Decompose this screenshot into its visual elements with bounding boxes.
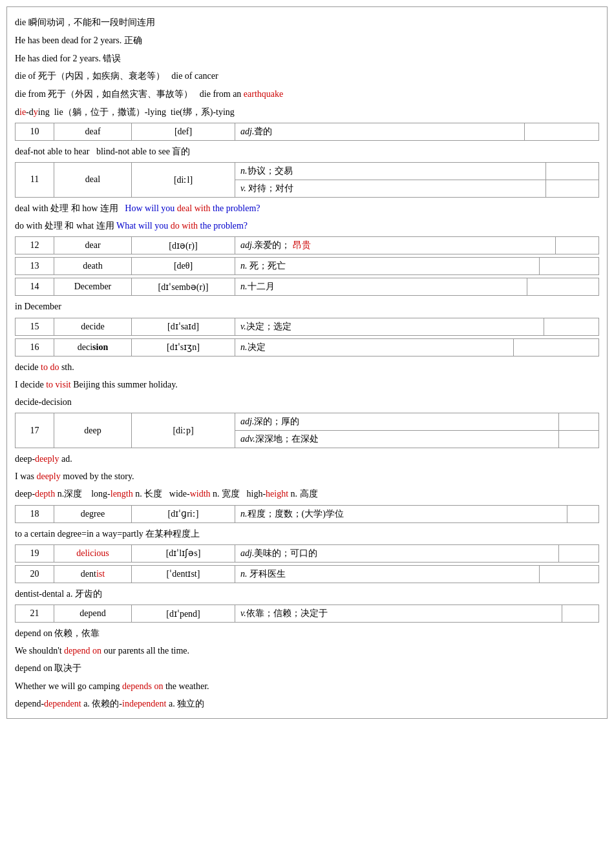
note-deep-1: deep-deeply ad. <box>15 451 599 467</box>
main-content: die 瞬间动词，不能和一段时间连用 He has been dead for … <box>6 6 608 719</box>
row-num: 21 <box>16 605 54 623</box>
row-phonetic: [dɪˈsaɪd] <box>132 318 235 335</box>
row-num: 19 <box>16 544 54 562</box>
row-extra <box>545 162 598 180</box>
row-extra <box>539 258 598 275</box>
row-extra <box>562 605 599 623</box>
row-extra <box>527 278 599 296</box>
row-phonetic: [dɪˈsɪʒn] <box>132 338 235 356</box>
table-row: 12 dear [dɪə(r)] adj.亲爱的； 昂贵 <box>16 237 599 254</box>
row-phonetic: [dɪˈsembə(r)] <box>132 278 235 296</box>
table-december: 14 December [dɪˈsembə(r)] n.十二月 <box>15 278 599 296</box>
row-extra <box>525 123 599 140</box>
note-december: in December <box>15 298 599 315</box>
row-phonetic: [diːl] <box>132 162 235 197</box>
note-dentist: dentist-dental a. 牙齿的 <box>15 586 599 602</box>
row-meaning: n.程度；度数；(大学)学位 <box>235 505 567 522</box>
row-extra <box>559 431 599 448</box>
row-extra <box>567 505 598 522</box>
table-row: 18 degree [dɪˈɡriː] n.程度；度数；(大学)学位 <box>16 505 599 522</box>
row-num: 10 <box>16 123 54 140</box>
table-row: 11 deal [diːl] n.协议；交易 <box>16 162 599 180</box>
costly-word: 昂贵 <box>293 240 311 250</box>
row-meaning: n. 死；死亡 <box>235 258 540 275</box>
row-meaning: n.决定 <box>235 338 514 356</box>
table-row: 19 delicious [dɪˈlɪʃəs] adj.美味的；可口的 <box>16 544 599 562</box>
row-meaning-2: adv.深深地；在深处 <box>235 431 559 448</box>
row-meaning: adj.聋的 <box>235 123 525 140</box>
note-decision-2: I decide to visit Beijing this summer ho… <box>15 377 599 393</box>
table-decide: 15 decide [dɪˈsaɪd] v.决定；选定 <box>15 318 599 336</box>
row-meaning: n. 牙科医生 <box>235 565 540 583</box>
table-dear: 12 dear [dɪə(r)] adj.亲爱的； 昂贵 <box>15 236 599 254</box>
line-die-3: He has died for 2 years. 错误 <box>15 51 599 67</box>
row-num: 11 <box>16 162 54 197</box>
earthquake-word: earthquake <box>244 89 283 99</box>
table-deep: 17 deep [diːp] adj.深的；厚的 adv.深深地；在深处 <box>15 413 599 448</box>
row-num: 16 <box>16 338 54 356</box>
row-meaning: v.依靠；信赖；决定于 <box>235 605 562 623</box>
line-die-of: die of 死于（内因，如疾病、衰老等） die of cancer <box>15 68 599 84</box>
row-extra <box>556 237 599 254</box>
row-num: 14 <box>16 278 54 296</box>
table-row: 10 deaf [def] adj.聋的 <box>16 123 599 140</box>
note-deep-3: deep-depth n.深度 long-length n. 长度 wide-w… <box>15 486 599 502</box>
note-degree: to a certain degree=in a way=partly 在某种程… <box>15 526 599 542</box>
table-row: 16 decision [dɪˈsɪʒn] n.决定 <box>16 338 599 356</box>
note-decision-3: decide-decision <box>15 394 599 410</box>
line-die-dying: die-dying lie（躺，位于，撒谎）-lying tie(绑，系)-ty… <box>15 105 599 120</box>
row-meaning-1: n.协议；交易 <box>235 162 546 180</box>
note-decision-1: decide to do sth. <box>15 359 599 375</box>
row-word: decision <box>54 338 132 356</box>
row-word: deaf <box>54 123 132 140</box>
table-dentist: 20 dentist [ˈdentɪst] n. 牙科医生 <box>15 565 599 583</box>
line-die-from: die from 死于（外因，如自然灾害、事故等） die from an ea… <box>15 87 599 102</box>
row-phonetic: [dɪə(r)] <box>132 237 235 254</box>
row-meaning: n.十二月 <box>235 278 527 296</box>
row-word: dear <box>54 237 132 254</box>
row-meaning: adj.美味的；可口的 <box>235 544 559 562</box>
row-num: 18 <box>16 505 54 522</box>
line-die-2: He has been dead for 2 years. 正确 <box>15 33 599 48</box>
table-deaf: 10 deaf [def] adj.聋的 <box>15 123 599 141</box>
note-deep-2: I was deeply moved by the story. <box>15 468 599 484</box>
row-phonetic: [deθ] <box>132 258 235 275</box>
row-num: 12 <box>16 237 54 254</box>
table-delicious: 19 delicious [dɪˈlɪʃəs] adj.美味的；可口的 <box>15 544 599 563</box>
table-row: 14 December [dɪˈsembə(r)] n.十二月 <box>16 278 599 296</box>
note-depend-4: Whether we will go camping depends on th… <box>15 678 599 694</box>
row-phonetic: [dɪˈlɪʃəs] <box>132 544 235 562</box>
row-num: 20 <box>16 565 54 583</box>
row-num: 17 <box>16 413 54 448</box>
row-extra <box>559 413 599 431</box>
row-phonetic: [ˈdentɪst] <box>132 565 235 583</box>
row-meaning-1: adj.深的；厚的 <box>235 413 559 431</box>
row-phonetic: [dɪˈɡriː] <box>132 505 235 522</box>
table-depend: 21 depend [dɪˈpend] v.依靠；信赖；决定于 <box>15 604 599 623</box>
note-deaf: deaf-not able to hear blind-not able to … <box>15 143 599 160</box>
line-die-1: die 瞬间动词，不能和一段时间连用 <box>15 15 599 30</box>
table-row: 15 decide [dɪˈsaɪd] v.决定；选定 <box>16 318 599 335</box>
table-death: 13 death [deθ] n. 死；死亡 <box>15 257 599 275</box>
note-depend-2: We shouldn't depend on our parents all t… <box>15 643 599 659</box>
note-depend-3: depend on 取决于 <box>15 660 599 676</box>
row-word: death <box>54 258 132 275</box>
row-extra <box>545 180 598 197</box>
row-word: depend <box>54 605 132 623</box>
table-row: 13 death [deθ] n. 死；死亡 <box>16 258 599 275</box>
table-degree: 18 degree [dɪˈɡriː] n.程度；度数；(大学)学位 <box>15 505 599 523</box>
row-word: delicious <box>54 544 132 562</box>
row-meaning: adj.亲爱的； 昂贵 <box>235 237 556 254</box>
note-deal-1: deal with 处理 和 how 连用 How will you deal … <box>15 200 599 216</box>
row-extra <box>539 565 598 583</box>
note-deal-2: do with 处理 和 what 连用 What will you do wi… <box>15 218 599 234</box>
row-word: December <box>54 278 132 296</box>
row-word: decide <box>54 318 132 335</box>
row-num: 15 <box>16 318 54 335</box>
row-num: 13 <box>16 258 54 275</box>
row-word: dentist <box>54 565 132 583</box>
table-row: 17 deep [diːp] adj.深的；厚的 <box>16 413 599 431</box>
table-decision: 16 decision [dɪˈsɪʒn] n.决定 <box>15 338 599 356</box>
row-phonetic: [def] <box>132 123 235 140</box>
row-extra <box>513 338 598 356</box>
